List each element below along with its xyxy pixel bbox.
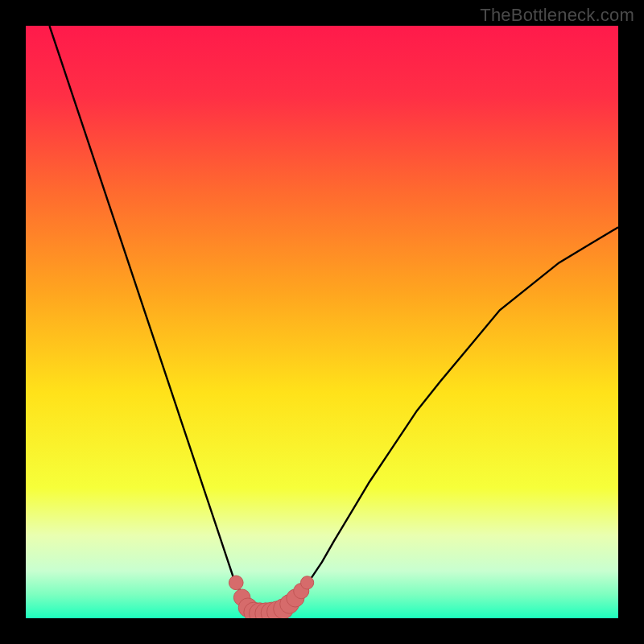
watermark-text: TheBottleneck.com [480, 5, 634, 26]
gradient-background [26, 26, 618, 618]
sweet-spot-marker [301, 576, 314, 589]
bottleneck-chart [26, 26, 618, 618]
sweet-spot-marker [229, 576, 243, 590]
plot-area [26, 26, 618, 618]
chart-frame: TheBottleneck.com [0, 0, 644, 644]
